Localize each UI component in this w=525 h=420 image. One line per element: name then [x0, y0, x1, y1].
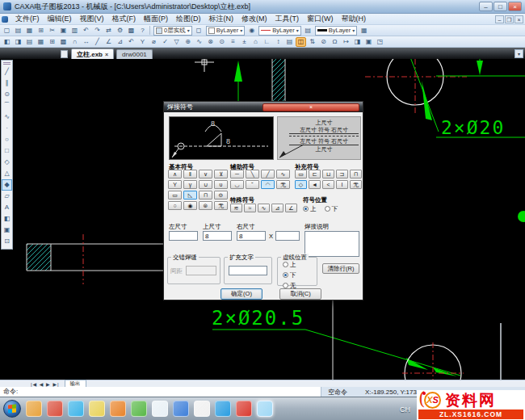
toolbar2-icon-23[interactable]: ⌂ [250, 37, 261, 47]
taskbar-app-icon-12[interactable] [257, 401, 273, 417]
toolbar2-icon-30[interactable]: Ω [330, 37, 340, 47]
weld-note-input[interactable] [304, 231, 359, 257]
basic-symbol-6[interactable]: γ [183, 180, 197, 189]
auxiliary-symbol-7[interactable]: ◠ [261, 180, 275, 189]
left-tool-icon-2[interactable]: ∥ [2, 78, 12, 89]
toolbar1-icon-13[interactable]: ? [137, 26, 148, 36]
basic-symbol-8[interactable]: υ [214, 180, 228, 189]
dashline-radio-bottom[interactable]: 下 [283, 271, 296, 279]
left-tool-icon-13[interactable]: A [2, 202, 12, 213]
menu-item-7[interactable]: 标注(N) [205, 14, 238, 24]
basic-symbol-5[interactable]: Y [168, 180, 182, 189]
mdi-close-icon[interactable]: × [514, 15, 523, 23]
left-tool-icon-14[interactable]: ◧ [2, 213, 12, 225]
special-symbol-4[interactable]: ⊿ [271, 204, 284, 212]
sheet-nav-arrows[interactable]: |◀ ◀ ▶ ▶| [31, 381, 60, 387]
basic-symbol-10[interactable]: ◺ [183, 191, 197, 200]
toolbar2-icon-25[interactable]: ↕ [273, 37, 284, 47]
left-tool-icon-9[interactable]: ◇ [2, 157, 12, 168]
right-dim-input[interactable] [237, 231, 266, 241]
toolbar1-icon-8[interactable]: ↶ [81, 26, 91, 36]
left-tool-icon-4[interactable]: ⌒ [2, 100, 12, 111]
toolbar2-icon-1[interactable]: ◧ [2, 37, 12, 47]
basic-symbol-3[interactable]: ∨ [199, 170, 212, 178]
toolbar2-icon-11[interactable]: ⊿ [115, 37, 125, 47]
taskbar-app-icon-2[interactable] [47, 401, 63, 417]
toolbar2-icon-33[interactable]: ▣ [363, 37, 374, 47]
toolbar2-icon-18[interactable]: ∿ [194, 37, 204, 47]
toolbar1-icon-2[interactable]: ▤ [13, 26, 23, 36]
maximize-button[interactable]: □ [494, 2, 507, 11]
basic-symbol-12[interactable]: ⊖ [214, 191, 228, 200]
toolbar2-icon-31[interactable]: ↦ [341, 37, 351, 47]
tab-close-icon[interactable]: × [105, 52, 108, 57]
document-page-icon[interactable] [61, 50, 68, 58]
toolbar2-icon-10[interactable]: ∠ [103, 37, 114, 47]
basic-symbol-7[interactable]: ∪ [199, 180, 212, 189]
basic-symbol-14[interactable]: ◉ [183, 201, 197, 210]
left-tool-icon-15[interactable]: ▣ [2, 225, 12, 236]
toolbar2-icon-6[interactable]: ▩ [58, 37, 69, 47]
menu-item-4[interactable]: 格式(F) [108, 14, 141, 24]
menu-item-9[interactable]: 工具(T) [271, 14, 304, 24]
toolbar2-icon-17[interactable]: ⊕ [183, 37, 193, 47]
taskbar-app-icon-3[interactable] [68, 401, 84, 417]
toolbar2-icon-28[interactable]: ⇅ [307, 37, 317, 47]
toolbar2-icon-4[interactable]: ▦ [36, 37, 46, 47]
left-tool-icon-16[interactable]: ⊡ [2, 236, 12, 247]
supplement-symbol-9[interactable]: I [336, 180, 348, 189]
linewidth-manager-icon[interactable]: ▦ [359, 26, 369, 36]
left-tool-icon-8[interactable]: □ [2, 145, 12, 157]
dialog-titlebar[interactable]: 焊接符号 × [164, 102, 363, 112]
palette-grip[interactable] [3, 62, 10, 65]
cancel-button[interactable]: 取消(C) [279, 288, 321, 300]
supplement-symbol-1[interactable]: ▭ [295, 170, 307, 178]
start-button[interactable] [3, 400, 21, 418]
auxiliary-symbol-8[interactable]: 无 [276, 180, 290, 189]
supplement-symbol-2[interactable]: ⊏ [309, 170, 321, 178]
auxiliary-symbol-3[interactable]: ╱ [261, 170, 275, 178]
special-symbol-5[interactable]: ∠ [285, 204, 297, 212]
menu-item-8[interactable]: 修改(M) [237, 14, 271, 24]
toolbar2-icon-34[interactable]: ◳ [375, 37, 385, 47]
toolbar-overflow-icon[interactable]: ▾ [514, 49, 523, 58]
toolbar1-icon-7[interactable]: ▥ [69, 26, 80, 36]
taskbar-app-icon-10[interactable] [215, 401, 231, 417]
left-tool-icon-12[interactable]: ▱ [2, 191, 12, 202]
tab-drw0001[interactable]: drw0001 [116, 49, 153, 59]
toolbar1-icon-6[interactable]: ▣ [58, 26, 69, 36]
left-tool-icon-6[interactable]: · [2, 123, 12, 134]
ok-button[interactable]: 确定(O) [220, 288, 262, 300]
basic-symbol-4[interactable]: ⊻ [214, 170, 228, 178]
toolbar2-icon-19[interactable]: ⊗ [205, 37, 216, 47]
menu-item-2[interactable]: 编辑(E) [44, 14, 76, 24]
toolbar1-icon-5[interactable]: ✂ [47, 26, 57, 36]
basic-symbol-2[interactable]: ‖ [183, 170, 197, 178]
left-tool-icon-7[interactable]: ○ [2, 134, 12, 145]
left-tool-icon-1[interactable]: ╱ [2, 66, 12, 78]
palette-icon[interactable]: ◉ [246, 26, 257, 36]
toolbar2-icon-15[interactable]: ✓ [160, 37, 170, 47]
menu-item-5[interactable]: 幅面(P) [140, 14, 172, 24]
toolbar2-icon-2[interactable]: ◨ [13, 37, 23, 47]
auxiliary-symbol-2[interactable]: ╲ [246, 170, 259, 178]
extend-text-input[interactable] [229, 266, 267, 275]
toolbar1-icon-1[interactable]: ▢ [2, 26, 12, 36]
title-bar[interactable]: CAXA电子图板2013 - 机械版 - [C:\Users\Administr… [0, 0, 525, 14]
color-combo[interactable]: ByLayer ▾ [206, 26, 246, 36]
special-symbol-3[interactable]: ∿ [258, 204, 270, 212]
taskbar-app-icon-8[interactable] [173, 401, 189, 417]
supplement-symbol-5[interactable]: ⊓ [350, 170, 362, 178]
supplement-symbol-4[interactable]: ⊐ [336, 170, 348, 178]
supplement-symbol-10[interactable]: 无 [350, 180, 362, 189]
toolbar2-icon-20[interactable]: ⊙ [216, 37, 227, 47]
supplement-symbol-8[interactable]: < [322, 180, 334, 189]
linetype-combo[interactable]: ByLayer ▾ [258, 26, 301, 36]
special-symbol-2[interactable]: ≈ [244, 204, 256, 212]
toolbar2-icon-14[interactable]: ⌀ [149, 37, 159, 47]
minimize-button[interactable]: – [479, 2, 493, 11]
taskbar-app-icon-7[interactable] [152, 401, 168, 417]
toolbar2-icon-3[interactable]: ▤ [24, 37, 35, 47]
toolbar2-icon-16[interactable]: ▽ [171, 37, 182, 47]
basic-symbol-15[interactable]: ⊜ [199, 201, 212, 210]
